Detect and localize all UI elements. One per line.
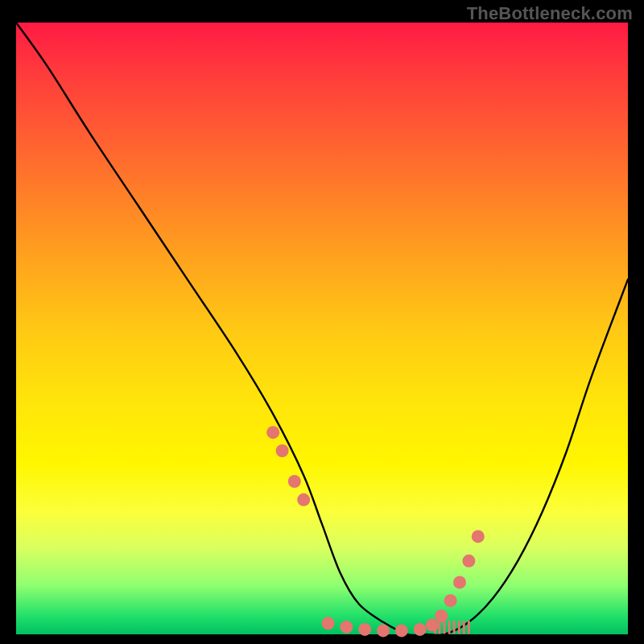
highlight-dot <box>462 555 475 568</box>
chart-frame: TheBottleneck.com <box>0 0 644 644</box>
highlight-dot <box>453 576 466 588</box>
bottleneck-curve <box>16 23 628 635</box>
highlight-dot <box>435 609 448 622</box>
watermark-text: TheBottleneck.com <box>467 3 633 24</box>
highlight-dot <box>426 619 439 632</box>
highlight-dot <box>472 530 485 543</box>
highlight-dot <box>266 426 279 439</box>
highlight-dot <box>288 475 301 488</box>
highlight-dot <box>297 493 310 506</box>
highlight-dot <box>358 623 371 636</box>
highlight-dot <box>276 444 289 457</box>
plot-area <box>16 23 628 634</box>
highlight-dot <box>340 621 353 634</box>
highlight-dot <box>322 617 335 630</box>
highlight-dot <box>395 624 408 637</box>
curve-svg <box>16 23 628 634</box>
highlight-dot <box>444 594 457 607</box>
highlight-dot <box>377 624 390 637</box>
highlight-dot <box>414 623 427 636</box>
highlight-dots <box>266 426 485 637</box>
